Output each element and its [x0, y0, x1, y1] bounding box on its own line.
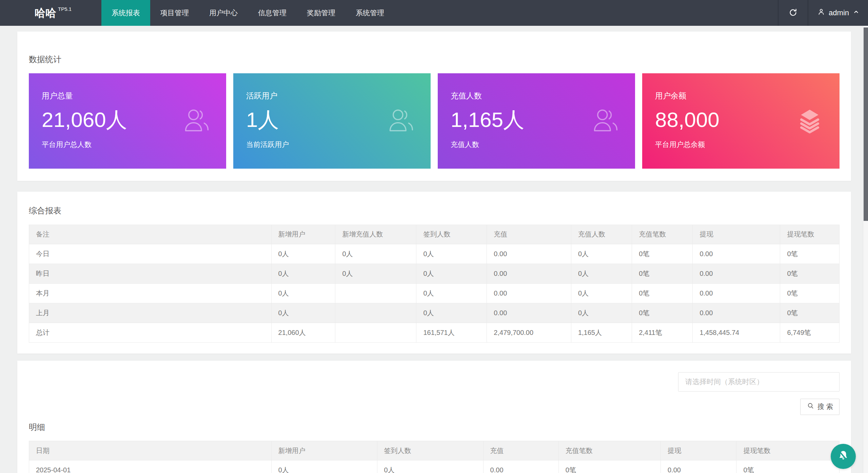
- table-cell: 0人: [271, 303, 335, 323]
- table-cell: 0.00: [693, 244, 780, 264]
- table-cell: 2,479,700.00: [487, 323, 571, 342]
- table-cell: 今日: [29, 244, 272, 264]
- nav-tab-2[interactable]: 项目管理: [150, 0, 199, 26]
- table-cell: 0笔: [736, 460, 840, 473]
- column-header: 充值笔数: [558, 441, 660, 460]
- refresh-button[interactable]: [778, 0, 808, 26]
- table-cell: [335, 323, 416, 342]
- table-cell: 0人: [571, 283, 632, 303]
- column-header: 提现: [693, 225, 780, 244]
- stats-panel: 数据统计 用户总量 21,060人 平台用户总人数: [17, 32, 851, 181]
- table-cell: 0人: [416, 244, 487, 264]
- table-cell: 0.00: [487, 264, 571, 283]
- table-row: 上月0人0人0.000人0笔0.000笔: [29, 303, 840, 323]
- table-row: 昨日0人0人0人0.000人0笔0.000笔: [29, 264, 840, 283]
- table-cell: 6,749笔: [780, 323, 840, 342]
- table-row: 今日0人0人0人0.000人0笔0.000笔: [29, 244, 840, 264]
- column-header: 备注: [29, 225, 272, 244]
- table-cell: 本月: [29, 283, 272, 303]
- table-cell: 0笔: [558, 460, 660, 473]
- table-cell: 0笔: [780, 303, 840, 323]
- column-header: 充值人数: [571, 225, 632, 244]
- time-range-input[interactable]: [678, 372, 840, 392]
- table-cell: 0笔: [780, 283, 840, 303]
- table-cell: 1,458,445.74: [693, 323, 780, 342]
- column-header: 新增充值人数: [335, 225, 416, 244]
- table-cell: 0笔: [632, 244, 693, 264]
- table-cell: 0笔: [632, 303, 693, 323]
- table-cell: 0.00: [693, 303, 780, 323]
- table-cell: 0笔: [632, 283, 693, 303]
- column-header: 提现笔数: [736, 441, 840, 460]
- stat-card-desc: 当前活跃用户: [246, 140, 431, 149]
- column-header: 日期: [29, 441, 272, 460]
- table-cell: 0笔: [632, 264, 693, 283]
- users-icon: [387, 107, 415, 135]
- username: admin: [829, 8, 849, 17]
- nav-tab-3[interactable]: 用户中心: [199, 0, 248, 26]
- table-cell: 0.00: [487, 244, 571, 264]
- time-filter-row: [29, 372, 840, 392]
- column-header: 提现笔数: [780, 225, 840, 244]
- column-header: 充值笔数: [632, 225, 693, 244]
- detail-table: 日期新增用户签到人数充值充值笔数提现提现笔数 2025-04-010人0人0.0…: [29, 441, 840, 473]
- app-logo-text: 哈哈: [35, 0, 56, 26]
- table-header-row: 日期新增用户签到人数充值充值笔数提现提现笔数: [29, 441, 840, 460]
- table-cell: 0.00: [487, 283, 571, 303]
- stat-card-label: 用户总量: [42, 91, 226, 101]
- report-panel-title: 综合报表: [29, 192, 840, 216]
- table-cell: 2,411笔: [632, 323, 693, 342]
- column-header: 签到人数: [416, 225, 487, 244]
- table-row: 总计21,060人161,571人2,479,700.001,165人2,411…: [29, 323, 840, 342]
- top-navbar: 哈哈 TP5.1 系统报表项目管理用户中心信息管理奖励管理系统管理: [0, 0, 868, 26]
- table-cell: 0人: [271, 460, 377, 473]
- navbar-right: admin: [778, 0, 868, 26]
- stats-panel-title: 数据统计: [29, 32, 840, 64]
- table-cell: 0人: [271, 283, 335, 303]
- chevron-up-icon: [852, 8, 860, 18]
- table-cell: [335, 303, 416, 323]
- table-cell: 0人: [416, 303, 487, 323]
- table-cell: 21,060人: [271, 323, 335, 342]
- table-row: 本月0人0人0.000人0笔0.000笔: [29, 283, 840, 303]
- bell-off-icon: [836, 449, 850, 464]
- report-table: 备注新增用户新增充值人数签到人数充值充值人数充值笔数提现提现笔数 今日0人0人0…: [29, 225, 840, 343]
- table-cell: 上月: [29, 303, 272, 323]
- detail-panel-title: 明细: [29, 422, 840, 432]
- table-cell: 2025-04-01: [29, 460, 272, 473]
- search-button-row: 搜索: [29, 399, 840, 415]
- table-row: 2025-04-010人0人0.000笔0.000笔: [29, 460, 840, 473]
- report-panel: 综合报表 备注新增用户新增充值人数签到人数充值充值人数充值笔数提现提现笔数 今日…: [17, 192, 851, 354]
- table-cell: 0.00: [693, 264, 780, 283]
- nav-tab-1[interactable]: 系统报表: [101, 0, 150, 26]
- refresh-icon: [788, 8, 798, 18]
- stat-card-desc: 充值人数: [451, 140, 635, 149]
- table-cell: 0人: [335, 264, 416, 283]
- user-icon: [817, 8, 825, 18]
- stat-card-label: 充值人数: [451, 91, 635, 101]
- column-header: 充值: [483, 441, 558, 460]
- table-cell: 0笔: [780, 264, 840, 283]
- table-cell: 0人: [571, 264, 632, 283]
- scrollbar-track[interactable]: [863, 26, 868, 473]
- table-cell: 0.00: [693, 283, 780, 303]
- column-header: 新增用户: [271, 225, 335, 244]
- nav-tab-5[interactable]: 奖励管理: [297, 0, 346, 26]
- table-cell: 0人: [571, 244, 632, 264]
- app-logo: 哈哈 TP5.1: [0, 0, 101, 26]
- nav-tab-6[interactable]: 系统管理: [346, 0, 394, 26]
- search-button[interactable]: 搜索: [800, 399, 840, 415]
- table-cell: 0人: [271, 244, 335, 264]
- scrollbar-thumb[interactable]: [864, 27, 868, 221]
- main-nav: 系统报表项目管理用户中心信息管理奖励管理系统管理: [101, 0, 394, 26]
- stat-card-label: 用户余额: [655, 91, 840, 101]
- notification-fab[interactable]: [831, 444, 856, 469]
- column-header: 新增用户: [271, 441, 377, 460]
- user-menu[interactable]: admin: [808, 0, 868, 26]
- table-cell: 0人: [335, 244, 416, 264]
- layers-icon: [795, 107, 824, 135]
- stat-card-user-balance: 用户余额 88,000 平台用户总余额: [642, 73, 840, 169]
- table-cell: 昨日: [29, 264, 272, 283]
- nav-tab-4[interactable]: 信息管理: [248, 0, 297, 26]
- column-header: 提现: [660, 441, 736, 460]
